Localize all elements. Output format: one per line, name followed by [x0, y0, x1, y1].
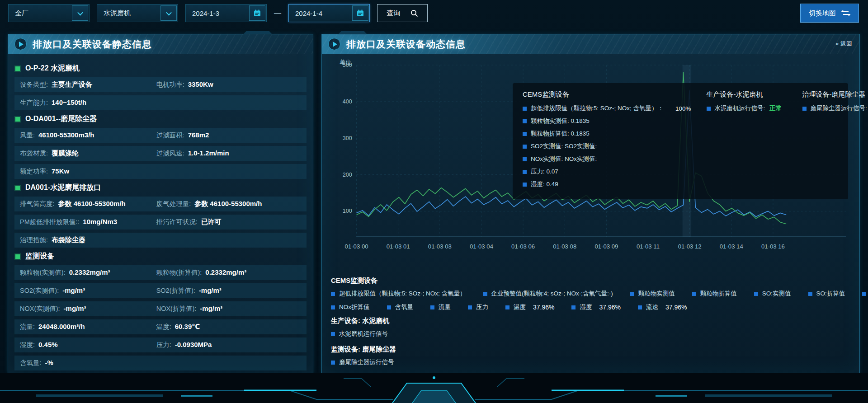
info-label: 废气处理量:	[156, 200, 191, 208]
info-cell: 治理措施:布袋除尘器	[20, 236, 156, 244]
tooltip-item: 颗粒物实测值: 0.1835	[523, 117, 691, 125]
info-cell: 生产能力:140~150t/h	[20, 98, 156, 107]
info-cell: NOX(实测值):-mg/m³	[20, 305, 156, 313]
info-label: PM超低排排放限值::	[20, 218, 79, 226]
legend-label: 湿度	[580, 303, 592, 311]
switch-map-button[interactable]: 切换地图	[800, 4, 859, 23]
svg-text:01-03 09: 01-03 09	[594, 243, 618, 250]
legend-label: SO:折算值	[816, 290, 845, 298]
query-button[interactable]: 查询	[377, 4, 428, 22]
blue-square-icon	[802, 107, 807, 111]
legend-row-monitor: 磨尾除尘器运行信号	[331, 358, 850, 366]
chevron-down-icon	[166, 9, 172, 15]
blue-square-icon	[523, 132, 527, 136]
tooltip-item: SO2实测值: SO2实测值:	[523, 142, 691, 150]
device-select-value: 水泥磨机	[104, 9, 131, 18]
blue-square-icon	[523, 107, 527, 111]
legend-item[interactable]: 温度37.96%	[505, 303, 554, 311]
legend-item[interactable]: 含氧量	[387, 303, 414, 311]
info-cell: 压力:-0.0930MPa	[156, 341, 212, 349]
date-to-input[interactable]: 2024-1-4	[288, 4, 370, 22]
green-square-icon	[15, 186, 20, 190]
svg-text:01-03 00: 01-03 00	[345, 243, 368, 250]
svg-text:300: 300	[343, 135, 352, 141]
legend-item[interactable]: SO:折算值	[808, 290, 845, 298]
blue-square-icon	[505, 305, 509, 309]
plant-select-chevron-cell[interactable]	[72, 5, 88, 21]
legend-item[interactable]: 水泥磨机运行信号	[331, 330, 388, 338]
chart-legend-area: CEMS监测设备 超低排放限值（颗拉物:5: SOz-; NOx; 含氧量）企业…	[331, 276, 850, 366]
legend-item[interactable]: 湿度37.96%	[571, 303, 620, 311]
emission-line-chart[interactable]: 单位10020030040050001-03 0001-03 0101-03 0…	[331, 57, 850, 273]
device-select-chevron-cell[interactable]	[160, 5, 177, 21]
legend-value: 37.96%	[533, 304, 554, 311]
panel-tab-decoration	[338, 31, 367, 34]
info-label: 设备类型:	[20, 80, 48, 89]
blue-square-icon	[483, 292, 487, 296]
svg-text:01-03 14: 01-03 14	[720, 243, 744, 250]
legend-item[interactable]: 超低排放限值（颗拉物:5: SOz-; NOx; 含氧量）	[331, 290, 466, 298]
legend-item[interactable]: 颗粒物折算值	[692, 290, 737, 298]
tooltip-item-text: NOx实测值: NOx实测值:	[531, 155, 597, 163]
info-row: NOX(实测值):-mg/m³NOX(折算值):-mg/m³	[14, 301, 307, 316]
info-cell: 湿度:0.45%	[20, 341, 156, 349]
search-icon	[410, 9, 418, 17]
query-button-label: 查询	[387, 9, 401, 18]
section-header: DA001-水泥磨尾排放口	[15, 183, 306, 192]
legend-item[interactable]: 颗粒物实测值	[630, 290, 675, 298]
back-link[interactable]: « 返回	[835, 40, 852, 48]
info-cell: 电机功率:3350Kw	[156, 80, 213, 89]
plant-select-value: 全厂	[15, 9, 28, 18]
device-select[interactable]: 水泥磨机	[97, 4, 178, 22]
legend-item[interactable]: 流速37.96%	[638, 303, 687, 311]
section-header: 监测设备	[15, 252, 306, 261]
legend-label: 颗粒物实测值	[638, 290, 675, 298]
tooltip-item: NOx实测值: NOx实测值:	[523, 155, 691, 163]
svg-text:01-03 16: 01-03 16	[761, 243, 785, 250]
blue-square-icon	[630, 292, 634, 296]
section-title: DA001-水泥磨尾排放口	[25, 183, 101, 192]
info-row: PM超低排排放限值::10mg/Nm3排污许可状况:已许可	[14, 215, 307, 230]
legend-row-production: 水泥磨机运行信号	[331, 330, 850, 338]
info-row: 布袋材质:覆膜涤纶过滤风速:1.0-1.2m/min	[14, 146, 307, 161]
svg-text:200: 200	[343, 171, 352, 178]
info-label: 温度:	[156, 323, 171, 331]
tooltip-item: 湿度: 0.49	[523, 180, 691, 188]
calendar-icon	[356, 9, 364, 17]
legend-item[interactable]: 压力	[468, 303, 488, 311]
legend-item[interactable]: SO:实测值	[754, 290, 791, 298]
info-label: NOX(折算值):	[156, 305, 197, 313]
date-to-calendar-cell[interactable]	[352, 5, 368, 21]
info-label: 治理措施:	[20, 236, 48, 244]
date-from-input[interactable]: 2024-1-3	[185, 4, 267, 22]
blue-square-icon	[571, 305, 576, 309]
blue-square-icon	[523, 183, 527, 187]
svg-text:400: 400	[343, 98, 352, 105]
green-square-icon	[15, 117, 20, 122]
info-value: 0.2332mg/m³	[69, 268, 110, 276]
date-from-value: 2024-1-3	[192, 9, 219, 17]
info-cell: 温度:60.39℃	[156, 323, 200, 331]
legend-label: 流量	[439, 303, 451, 311]
info-label: 湿度:	[20, 341, 35, 349]
info-row: 含氧量:-%	[14, 356, 307, 370]
panel-tab-decoration	[243, 31, 272, 34]
legend-item[interactable]: NOx实测值	[862, 290, 868, 298]
info-label: 过滤面积:	[156, 131, 184, 140]
plant-select[interactable]: 全厂	[8, 4, 90, 22]
legend-label: 颗粒物折算值	[700, 290, 737, 298]
date-from-calendar-cell[interactable]	[249, 5, 265, 21]
tooltip-column-title: 治理设备-磨尾除尘器	[802, 90, 868, 99]
section-header: O-P-22 水泥磨机	[15, 64, 306, 73]
legend-item[interactable]: NOx折算值	[331, 303, 370, 311]
legend-item[interactable]: 流量	[430, 303, 451, 311]
legend-item[interactable]: 企业预警值(颗粒物:4; sOz-; NOx-;含氧气量:-)	[483, 290, 613, 298]
static-panel-title: 排放口及关联设备静态信息	[33, 38, 152, 51]
switch-map-label: 切换地图	[809, 9, 836, 18]
tooltip-item: 压力: 0.07	[523, 168, 691, 176]
section-header: O-DA001--磨尾除尘器	[15, 114, 306, 124]
info-label: 含氧量:	[20, 359, 42, 367]
legend-item[interactable]: 磨尾除尘器运行信号	[331, 358, 394, 366]
section-title: O-P-22 水泥磨机	[25, 64, 80, 73]
blue-square-icon	[331, 292, 335, 296]
